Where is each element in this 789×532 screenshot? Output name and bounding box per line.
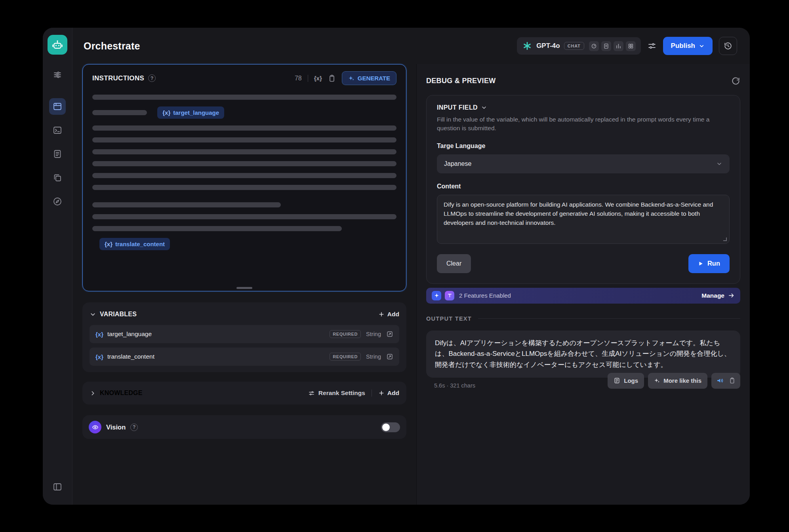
- gauge-icon: [589, 41, 599, 51]
- skeleton-line: [92, 185, 396, 190]
- sidebar-item-terminal[interactable]: [49, 122, 66, 139]
- variable-chip-target-language[interactable]: {x} target_language: [157, 106, 224, 119]
- target-language-label: Targe Language: [437, 142, 730, 150]
- app-logo[interactable]: [48, 35, 67, 55]
- knowledge-title: KNOWLEDGE: [100, 390, 143, 397]
- help-icon[interactable]: ?: [148, 74, 156, 82]
- text-to-speech-feature-icon: [445, 291, 454, 300]
- page-title: Orchestrate: [84, 40, 140, 52]
- variable-row[interactable]: {x} translate_content REQUIRED String: [90, 348, 399, 366]
- resize-corner-icon[interactable]: [723, 238, 727, 241]
- panel-left-icon: [53, 482, 62, 492]
- skeleton-line: [92, 214, 396, 219]
- variable-insert-icon[interactable]: {x}: [314, 75, 322, 82]
- variables-title: VARIABLES: [100, 311, 137, 318]
- logs-button[interactable]: Logs: [608, 373, 644, 389]
- chevron-down-icon[interactable]: [90, 311, 96, 318]
- manage-features-button[interactable]: Manage: [701, 292, 735, 299]
- model-selector[interactable]: GPT-4o CHAT: [517, 37, 640, 55]
- variables-section: VARIABLES Add {x} target_langu: [82, 302, 406, 372]
- vision-toggle[interactable]: [381, 422, 400, 432]
- knowledge-section[interactable]: KNOWLEDGE Rerank Settings: [82, 382, 406, 405]
- sidebar-item-templates[interactable]: [49, 169, 66, 186]
- document-icon: [53, 149, 62, 159]
- copy-output-icon[interactable]: [729, 377, 736, 384]
- features-enabled-text: 2 Features Enabled: [459, 292, 511, 299]
- edit-field-icon[interactable]: [386, 331, 393, 338]
- terminal-icon: [53, 125, 62, 135]
- skeleton-line: [92, 202, 281, 207]
- blocks-icon: [626, 41, 636, 51]
- sidebar-item-settings[interactable]: [49, 66, 66, 83]
- clear-button[interactable]: Clear: [437, 254, 471, 273]
- output-text-title: OUTPUT TEXT: [426, 315, 472, 322]
- vision-label: Vision: [106, 424, 126, 431]
- vision-section: Vision ?: [82, 415, 406, 439]
- copy-icon: [53, 173, 62, 182]
- content-label: Content: [437, 183, 730, 190]
- chevron-down-icon: [716, 161, 722, 167]
- sliders-icon: [53, 70, 62, 80]
- sliders-icon: [308, 390, 315, 397]
- chevron-right-icon[interactable]: [90, 390, 96, 397]
- skeleton-line: [92, 110, 147, 115]
- output-meta: 5.6s · 321 chars: [434, 382, 475, 389]
- publish-button[interactable]: Publish: [663, 37, 713, 55]
- logs-icon: [614, 377, 620, 384]
- speaker-icon[interactable]: [716, 377, 724, 384]
- run-button[interactable]: Run: [688, 254, 730, 273]
- vision-feature-icon: [89, 421, 101, 433]
- required-badge: REQUIRED: [330, 330, 361, 338]
- target-language-select[interactable]: Japanese: [437, 154, 730, 173]
- sparkle-feature-icon: [432, 291, 441, 300]
- add-knowledge-button[interactable]: Add: [378, 390, 399, 397]
- sidebar-item-studio[interactable]: [49, 98, 66, 115]
- sparkles-icon: [348, 75, 354, 82]
- generate-button[interactable]: GENERATE: [342, 71, 396, 85]
- audio-clipboard-group: [711, 373, 740, 389]
- app-window-icon: [53, 102, 62, 111]
- skeleton-line: [92, 226, 342, 231]
- rerank-settings-button[interactable]: Rerank Settings: [308, 390, 365, 397]
- version-history-button[interactable]: [719, 37, 737, 55]
- chevron-down-icon: [699, 43, 705, 49]
- content-input[interactable]: Dify is an open-source platform for buil…: [437, 195, 730, 244]
- restart-icon[interactable]: [731, 76, 740, 86]
- sidebar-item-docs[interactable]: [49, 146, 66, 162]
- robot-icon: [51, 39, 63, 51]
- sparkles-icon: [654, 378, 660, 384]
- variable-row[interactable]: {x} target_language REQUIRED String: [90, 325, 399, 343]
- input-field-card: INPUT FIELD Fill in the value of the var…: [426, 95, 740, 284]
- debug-preview-pane: DEBUG & PREVIEW INPUT FIELD: [417, 64, 750, 505]
- openai-logo-icon: [522, 41, 532, 51]
- chevron-down-icon[interactable]: [481, 104, 487, 111]
- collapse-sidebar-button[interactable]: [49, 479, 66, 495]
- skeleton-line: [92, 95, 396, 100]
- bars-icon: [614, 41, 623, 51]
- app-window: Orchestrate GPT-4o CHAT: [43, 28, 750, 505]
- model-mode-badge: CHAT: [564, 42, 584, 50]
- instructions-panel[interactable]: INSTRUCTIONS ? 78 {x}: [82, 64, 406, 291]
- instructions-title: INSTRUCTIONS: [92, 74, 144, 82]
- clipboard-icon[interactable]: [328, 74, 336, 82]
- char-count: 78: [295, 75, 302, 82]
- panel-resize-handle[interactable]: [236, 287, 252, 289]
- features-bar[interactable]: 2 Features Enabled Manage: [426, 288, 740, 304]
- input-field-title: INPUT FIELD: [437, 104, 478, 111]
- doc-icon: [601, 41, 611, 51]
- sidebar-item-explore[interactable]: [49, 193, 66, 210]
- history-icon: [724, 42, 732, 50]
- prompt-editor[interactable]: {x} target_language: [83, 87, 406, 250]
- skeleton-line: [92, 149, 396, 154]
- more-like-this-button[interactable]: More like this: [648, 373, 707, 389]
- model-parameters-button[interactable]: [647, 41, 657, 51]
- skeleton-line: [92, 125, 396, 131]
- arrow-right-icon: [728, 292, 735, 299]
- orchestrate-pane: INSTRUCTIONS ? 78 {x}: [72, 64, 417, 505]
- skeleton-line: [92, 161, 396, 166]
- skeleton-line: [92, 173, 396, 178]
- variable-chip-translate-content[interactable]: {x} translate_content: [99, 238, 170, 250]
- help-icon[interactable]: ?: [130, 424, 138, 431]
- edit-field-icon[interactable]: [386, 353, 393, 360]
- add-variable-button[interactable]: Add: [378, 311, 399, 318]
